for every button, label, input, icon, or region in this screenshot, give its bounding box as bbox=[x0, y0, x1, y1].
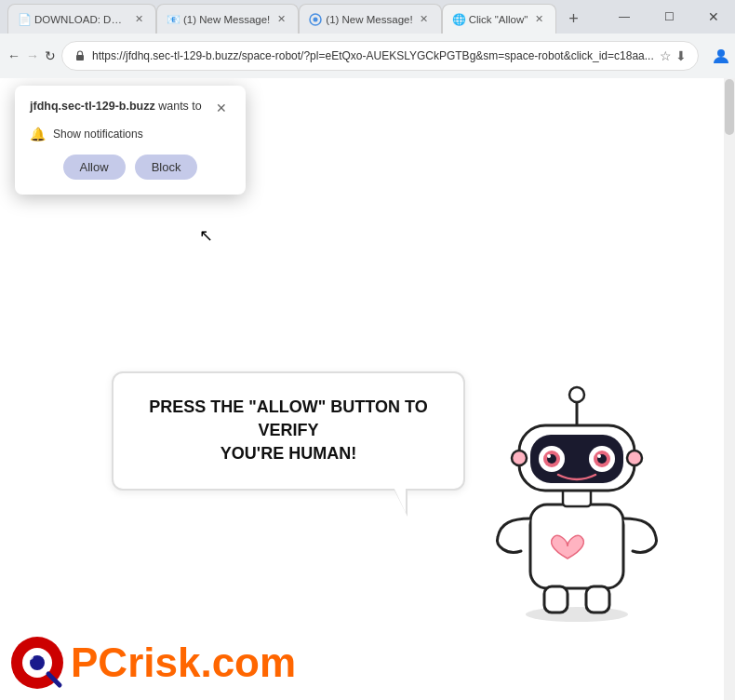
svg-point-3 bbox=[717, 49, 725, 57]
svg-point-1 bbox=[314, 17, 318, 21]
window-controls: — ☐ ✕ bbox=[603, 0, 735, 34]
tabs-area: 📄 DOWNLOAD: Deadpoo... ✕ 📧 (1) New Messa… bbox=[0, 0, 599, 34]
block-button[interactable]: Block bbox=[135, 155, 198, 180]
notification-popup: jfdhq.sec-tl-129-b.buzz wants to ✕ 🔔 Sho… bbox=[15, 86, 246, 195]
reload-button[interactable]: ↻ bbox=[45, 43, 56, 69]
svg-point-22 bbox=[627, 451, 642, 465]
tab-title-3: (1) New Message! bbox=[326, 14, 412, 25]
address-input[interactable]: https://jfdhq.sec-tl-129-b.buzz/space-ro… bbox=[61, 41, 699, 71]
tab-message2[interactable]: (1) New Message! ✕ bbox=[299, 4, 441, 34]
top-bar: 📄 DOWNLOAD: Deadpoo... ✕ 📧 (1) New Messa… bbox=[0, 0, 735, 34]
back-button[interactable]: ← bbox=[7, 43, 20, 69]
pcrisk-risk: risk.com bbox=[127, 639, 296, 685]
lock-icon bbox=[74, 49, 87, 62]
forward-button[interactable]: → bbox=[26, 43, 39, 69]
address-icons: ☆ ⬇ bbox=[660, 48, 687, 63]
tab-title-2: (1) New Message! bbox=[183, 14, 270, 25]
popup-buttons: Allow Block bbox=[30, 155, 231, 180]
scrollbar-thumb[interactable] bbox=[725, 79, 734, 135]
svg-point-4 bbox=[526, 607, 628, 622]
robot-illustration bbox=[474, 374, 679, 626]
svg-point-20 bbox=[569, 387, 584, 402]
tab-favicon-1: 📄 bbox=[18, 13, 31, 26]
cursor-indicator: ↖ bbox=[199, 225, 213, 246]
svg-point-21 bbox=[512, 451, 527, 465]
pcrisk-pc: PC bbox=[71, 639, 127, 685]
svg-rect-7 bbox=[586, 586, 609, 612]
tab-close-4[interactable]: ✕ bbox=[531, 12, 546, 27]
tab-click-allow[interactable]: 🌐 Click "Allow" ✕ bbox=[442, 4, 557, 34]
allow-button[interactable]: Allow bbox=[63, 155, 126, 180]
tab-close-3[interactable]: ✕ bbox=[417, 12, 432, 27]
tab-close-2[interactable]: ✕ bbox=[274, 12, 288, 27]
popup-notification-row: 🔔 Show notifications bbox=[30, 127, 231, 141]
speech-text: PRESS THE "ALLOW" BUTTON TO VERIFY YOU'R… bbox=[143, 396, 434, 466]
notification-label: Show notifications bbox=[53, 128, 143, 141]
new-tab-button[interactable]: + bbox=[560, 6, 586, 32]
tab-title-4: Click "Allow" bbox=[469, 14, 528, 25]
tab-favicon-2: 📧 bbox=[167, 13, 180, 26]
popup-header: jfdhq.sec-tl-129-b.buzz wants to ✕ bbox=[30, 99, 231, 117]
tab-favicon-3 bbox=[309, 13, 322, 26]
tab-favicon-4: 🌐 bbox=[452, 13, 465, 26]
svg-rect-2 bbox=[76, 55, 84, 61]
page-content: jfdhq.sec-tl-129-b.buzz wants to ✕ 🔔 Sho… bbox=[0, 78, 735, 700]
popup-close-button[interactable]: ✕ bbox=[212, 99, 231, 117]
svg-point-27 bbox=[26, 653, 33, 660]
address-bar: ← → ↻ https://jfdhq.sec-tl-129-b.buzz/sp… bbox=[0, 34, 735, 78]
svg-point-14 bbox=[547, 454, 551, 458]
svg-point-18 bbox=[597, 454, 601, 458]
url-text: https://jfdhq.sec-tl-129-b.buzz/space-ro… bbox=[92, 49, 654, 62]
maximize-button[interactable]: ☐ bbox=[648, 2, 690, 32]
pcrisk-text: PCrisk.com bbox=[71, 642, 296, 683]
svg-rect-6 bbox=[544, 586, 568, 612]
tab-message1[interactable]: 📧 (1) New Message! ✕ bbox=[156, 4, 299, 34]
pcrisk-logo: PCrisk.com bbox=[9, 635, 296, 691]
browser-actions: ⋮ bbox=[708, 43, 735, 69]
download-icon[interactable]: ⬇ bbox=[675, 48, 687, 63]
tab-download[interactable]: 📄 DOWNLOAD: Deadpoo... ✕ bbox=[7, 4, 156, 34]
close-button[interactable]: ✕ bbox=[692, 2, 735, 32]
bell-icon: 🔔 bbox=[30, 127, 46, 141]
bookmark-icon[interactable]: ☆ bbox=[660, 48, 672, 63]
popup-site-text: jfdhq.sec-tl-129-b.buzz wants to bbox=[30, 99, 202, 115]
pcrisk-icon bbox=[9, 635, 65, 691]
tab-close-1[interactable]: ✕ bbox=[131, 12, 146, 27]
scrollbar[interactable] bbox=[724, 78, 735, 700]
speech-bubble: PRESS THE "ALLOW" BUTTON TO VERIFY YOU'R… bbox=[112, 371, 465, 491]
minimize-button[interactable]: — bbox=[603, 2, 646, 32]
profile-button[interactable] bbox=[708, 43, 734, 69]
tab-title-1: DOWNLOAD: Deadpoo... bbox=[34, 14, 127, 25]
browser-frame: 📄 DOWNLOAD: Deadpoo... ✕ 📧 (1) New Messa… bbox=[0, 0, 735, 700]
